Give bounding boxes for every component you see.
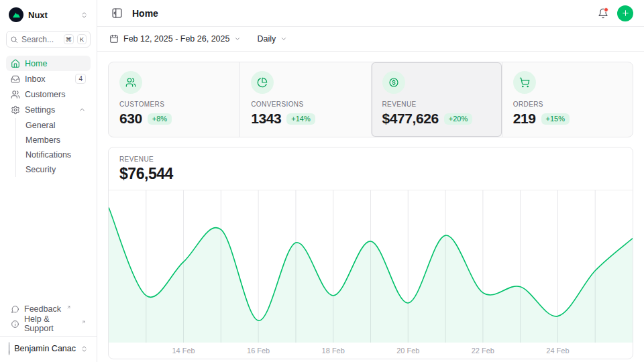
info-circle-icon xyxy=(11,320,19,328)
search-input[interactable] xyxy=(21,35,60,44)
chevron-down-icon xyxy=(280,36,287,42)
workspace-switcher[interactable]: Nuxt xyxy=(6,5,91,24)
chevrons-up-down-icon xyxy=(80,11,88,19)
users-icon xyxy=(11,90,20,99)
stat-delta-badge: +14% xyxy=(286,113,315,125)
stat-value: 219 xyxy=(513,111,536,127)
stat-label: CONVERSIONS xyxy=(251,101,360,108)
stat-revenue[interactable]: REVENUE $477,626 +20% xyxy=(371,62,502,137)
panel-left-close-icon xyxy=(111,7,123,19)
chart-plot-area[interactable]: 14 Feb16 Feb18 Feb20 Feb22 Feb24 Feb xyxy=(109,190,633,359)
user-menu-button[interactable]: Benjamin Canac xyxy=(0,336,97,357)
home-icon xyxy=(11,59,20,68)
revenue-chart-card: REVENUE $76,544 14 Feb16 Feb18 Feb20 Feb… xyxy=(108,147,633,359)
sidebar-item-members[interactable]: Members xyxy=(16,133,91,147)
help-support-label: Help & Support xyxy=(24,314,76,333)
stat-value: $477,626 xyxy=(382,111,439,127)
stat-value: 630 xyxy=(119,111,142,127)
nuxt-logo-icon xyxy=(9,7,23,22)
help-support-link[interactable]: Help & Support xyxy=(6,316,91,331)
message-bubble-icon xyxy=(11,305,19,314)
chart-header: REVENUE $76,544 xyxy=(109,147,633,190)
sidebar-item-settings[interactable]: Settings xyxy=(6,102,91,117)
sidebar-item-general[interactable]: General xyxy=(16,118,91,133)
plus-icon xyxy=(621,9,630,17)
add-button[interactable] xyxy=(617,5,633,21)
stat-label: ORDERS xyxy=(513,101,622,108)
stat-value: 1343 xyxy=(251,111,281,127)
sidebar-item-label: Home xyxy=(25,59,47,68)
stat-customers[interactable]: CUSTOMERS 630 +8% xyxy=(109,62,239,137)
page-title: Home xyxy=(132,8,158,19)
kbd-k: K xyxy=(77,34,87,44)
gear-icon xyxy=(11,105,20,115)
stat-delta-badge: +8% xyxy=(148,113,172,125)
external-link-icon xyxy=(81,320,86,324)
kbd-meta: ⌘ xyxy=(64,34,74,44)
sidebar-item-label: Inbox xyxy=(25,74,46,84)
dashboard-content: CUSTOMERS 630 +8% CONVERSIONS 1343 +14% xyxy=(97,52,644,362)
dollar-circle-icon xyxy=(382,71,405,94)
date-range-label: Feb 12, 2025 - Feb 26, 2025 xyxy=(123,34,229,44)
sidebar-item-inbox[interactable]: Inbox 4 xyxy=(6,71,91,86)
svg-text:16 Feb: 16 Feb xyxy=(247,347,270,355)
settings-subnav: General Members Notifications Security xyxy=(15,118,91,177)
notifications-button[interactable] xyxy=(594,5,612,22)
date-range-picker[interactable]: Feb 12, 2025 - Feb 26, 2025 xyxy=(108,32,242,46)
external-link-icon xyxy=(66,305,71,310)
users-icon xyxy=(119,71,142,94)
chevrons-up-down-icon xyxy=(80,345,88,353)
collapse-sidebar-button[interactable] xyxy=(108,5,125,22)
chevron-up-icon xyxy=(78,106,86,113)
svg-text:24 Feb: 24 Feb xyxy=(546,347,569,355)
stat-delta-badge: +20% xyxy=(444,113,472,125)
workspace-name: Nuxt xyxy=(28,10,48,20)
feedback-label: Feedback xyxy=(24,304,61,314)
svg-text:22 Feb: 22 Feb xyxy=(472,347,494,355)
sidebar-item-label: Customers xyxy=(25,90,65,99)
filters-toolbar: Feb 12, 2025 - Feb 26, 2025 Daily xyxy=(97,27,644,52)
sidebar: Nuxt ⌘ K Home Inbox 4 xyxy=(0,0,97,362)
sidebar-item-notifications[interactable]: Notifications xyxy=(16,147,91,162)
stat-label: REVENUE xyxy=(382,101,491,108)
calendar-icon xyxy=(109,34,119,44)
chart-metric-label: REVENUE xyxy=(119,156,622,163)
inbox-count-badge: 4 xyxy=(75,74,86,84)
svg-text:18 Feb: 18 Feb xyxy=(322,347,345,355)
user-name: Benjamin Canac xyxy=(14,344,76,353)
sidebar-item-label: Settings xyxy=(25,105,55,115)
search-input-wrapper[interactable]: ⌘ K xyxy=(6,31,91,48)
main-panel: Home Feb 12, 2025 - Feb 26, 2025 xyxy=(97,0,644,362)
shopping-cart-icon xyxy=(513,71,536,94)
sidebar-item-home[interactable]: Home xyxy=(6,56,91,71)
pie-chart-icon xyxy=(251,71,274,94)
chevron-down-icon xyxy=(234,36,241,42)
search-icon xyxy=(10,36,18,44)
svg-text:14 Feb: 14 Feb xyxy=(172,347,195,355)
stat-delta-badge: +15% xyxy=(541,113,570,125)
sidebar-nav: Home Inbox 4 Customers Settings Genera xyxy=(6,56,91,177)
period-select[interactable]: Daily xyxy=(256,32,288,46)
sidebar-item-security[interactable]: Security xyxy=(16,162,91,177)
user-avatar xyxy=(9,342,9,355)
stat-label: CUSTOMERS xyxy=(119,101,229,108)
inbox-icon xyxy=(11,74,20,84)
chart-metric-value: $76,544 xyxy=(119,165,622,183)
sidebar-item-customers[interactable]: Customers xyxy=(6,86,91,102)
page-header: Home xyxy=(97,0,644,27)
stat-conversions[interactable]: CONVERSIONS 1343 +14% xyxy=(239,62,370,137)
revenue-area-chart[interactable]: 14 Feb16 Feb18 Feb20 Feb22 Feb24 Feb xyxy=(109,190,633,359)
svg-text:20 Feb: 20 Feb xyxy=(396,347,419,355)
stats-row: CUSTOMERS 630 +8% CONVERSIONS 1343 +14% xyxy=(108,62,633,137)
period-label: Daily xyxy=(257,34,276,44)
stat-orders[interactable]: ORDERS 219 +15% xyxy=(502,62,633,137)
notification-dot xyxy=(604,7,608,12)
